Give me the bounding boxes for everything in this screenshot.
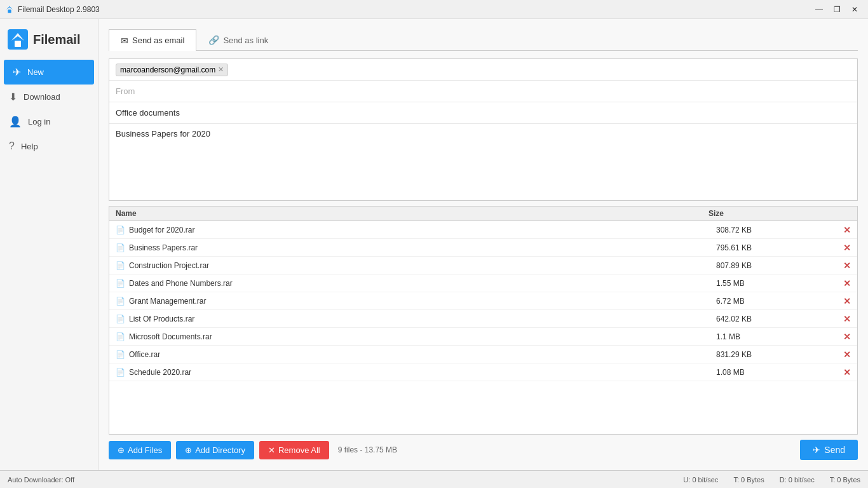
tabs: ✉ Send as email 🔗 Send as link [109, 29, 858, 51]
file-size: 308.72 KB [716, 226, 843, 234]
file-name: Dates and Phone Numbers.rar [129, 279, 716, 288]
close-button[interactable]: ✕ [846, 3, 863, 16]
sidebar-item-new[interactable]: ✈ New [4, 60, 94, 85]
email-tag-remove[interactable]: ✕ [218, 65, 224, 74]
send-icon: ✈ [813, 445, 820, 455]
file-name: Microsoft Documents.rar [129, 332, 716, 341]
send-label: Send [824, 445, 845, 455]
file-remove-button[interactable]: ✕ [843, 261, 851, 271]
statusbar-right: U: 0 bit/sec T: 0 Bytes D: 0 bit/sec T: … [683, 476, 860, 484]
download-speed: D: 0 bit/sec [780, 476, 815, 484]
file-icon: 📄 [116, 279, 125, 288]
file-remove-button[interactable]: ✕ [843, 243, 851, 253]
new-icon: ✈ [13, 66, 21, 78]
file-icon: 📄 [116, 261, 125, 270]
table-row: 📄 Budget for 2020.rar 308.72 KB ✕ [109, 221, 857, 239]
file-size: 795.61 KB [716, 243, 843, 252]
add-directory-button[interactable]: ⊕ Add Directory [176, 441, 254, 459]
file-remove-button[interactable]: ✕ [843, 314, 851, 324]
file-size: 1.1 MB [716, 332, 843, 341]
file-icon: 📄 [116, 315, 125, 323]
sidebar-label-login: Log in [28, 117, 50, 126]
add-files-icon: ⊕ [118, 445, 125, 455]
tab-send-link-label: Send as link [223, 36, 268, 45]
table-row: 📄 Office.rar 831.29 KB ✕ [109, 346, 857, 363]
message-text: Business Papers for 2020 [116, 129, 210, 139]
remove-all-icon: ✕ [268, 445, 275, 455]
add-files-label: Add Files [128, 445, 162, 455]
file-size: 6.72 MB [716, 297, 843, 306]
subject-field-row: Office documents [109, 102, 857, 124]
table-row: 📄 Schedule 2020.rar 1.08 MB ✕ [109, 363, 857, 381]
file-list-body: 📄 Budget for 2020.rar 308.72 KB ✕ 📄 Busi… [109, 221, 857, 381]
add-directory-icon: ⊕ [185, 445, 192, 455]
sidebar: Filemail ✈ New ⬇ Download 👤 Log in ? Hel… [0, 19, 98, 470]
statusbar-auto-downloader: Auto Downloader: Off [8, 476, 683, 484]
app-title: Filemail Desktop 2.9803 [18, 5, 100, 14]
file-icon: 📄 [116, 297, 125, 306]
file-name: List Of Products.rar [129, 315, 716, 323]
statusbar: Auto Downloader: Off U: 0 bit/sec T: 0 B… [0, 470, 868, 488]
file-icon: 📄 [116, 332, 125, 341]
remove-all-label: Remove All [278, 445, 320, 455]
main-layout: Filemail ✈ New ⬇ Download 👤 Log in ? Hel… [0, 19, 868, 470]
logo: Filemail [0, 24, 98, 60]
maximize-button[interactable]: ❐ [829, 3, 845, 16]
titlebar-left: Filemail Desktop 2.9803 [5, 5, 100, 14]
col-size-header: Size [709, 209, 836, 218]
sidebar-item-download[interactable]: ⬇ Download [0, 85, 98, 109]
upload-total: T: 0 Bytes [733, 476, 764, 484]
file-name: Business Papers.rar [129, 243, 716, 252]
add-files-button[interactable]: ⊕ Add Files [109, 441, 171, 459]
download-total: T: 0 Bytes [830, 476, 860, 484]
from-input[interactable] [116, 86, 851, 96]
logo-text: Filemail [33, 32, 80, 47]
compose-form: marcoanderson@gmail.com ✕ Office documen… [109, 58, 858, 201]
file-remove-button[interactable]: ✕ [843, 332, 851, 342]
sidebar-label-help: Help [21, 142, 38, 151]
sidebar-item-help[interactable]: ? Help [0, 134, 98, 158]
download-icon: ⬇ [9, 91, 17, 103]
help-icon: ? [9, 140, 15, 152]
table-row: 📄 Business Papers.rar 795.61 KB ✕ [109, 239, 857, 257]
sidebar-label-new: New [27, 67, 44, 77]
upload-speed: U: 0 bit/sec [683, 476, 718, 484]
file-icon: 📄 [116, 226, 125, 234]
tab-send-email[interactable]: ✉ Send as email [109, 29, 196, 51]
message-field-row: Business Papers for 2020 [109, 124, 857, 200]
svg-rect-1 [8, 10, 11, 13]
file-size: 1.55 MB [716, 279, 843, 288]
file-remove-button[interactable]: ✕ [843, 278, 851, 288]
table-row: 📄 Construction Project.rar 807.89 KB ✕ [109, 257, 857, 274]
file-list-container: Name Size 📄 Budget for 2020.rar 308.72 K… [109, 206, 858, 435]
file-name: Office.rar [129, 350, 716, 359]
from-field-row[interactable] [109, 81, 857, 102]
tab-send-link[interactable]: 🔗 Send as link [196, 29, 280, 50]
file-icon: 📄 [116, 243, 125, 252]
col-name-header: Name [116, 209, 709, 218]
file-icon: 📄 [116, 368, 125, 377]
file-remove-button[interactable]: ✕ [843, 225, 851, 235]
sidebar-item-login[interactable]: 👤 Log in [0, 109, 98, 134]
sidebar-label-download: Download [24, 92, 60, 102]
person-icon: 👤 [9, 116, 22, 128]
minimize-button[interactable]: — [811, 3, 827, 16]
remove-all-button[interactable]: ✕ Remove All [259, 441, 329, 459]
content-area: ✉ Send as email 🔗 Send as link marcoande… [98, 19, 868, 470]
table-row: 📄 List Of Products.rar 642.02 KB ✕ [109, 310, 857, 328]
file-name: Construction Project.rar [129, 261, 716, 270]
file-remove-button[interactable]: ✕ [843, 367, 851, 377]
logo-icon [8, 29, 28, 50]
file-size: 1.08 MB [716, 368, 843, 377]
file-remove-button[interactable]: ✕ [843, 296, 851, 306]
table-row: 📄 Dates and Phone Numbers.rar 1.55 MB ✕ [109, 274, 857, 292]
email-tag-address: marcoanderson@gmail.com [120, 65, 215, 74]
file-remove-button[interactable]: ✕ [843, 349, 851, 360]
app-icon [5, 5, 14, 14]
file-size: 642.02 KB [716, 315, 843, 323]
file-name: Grant Management.rar [129, 297, 716, 306]
files-summary: 9 files - 13.75 MB [338, 445, 397, 454]
send-button[interactable]: ✈ Send [800, 440, 858, 460]
table-row: 📄 Grant Management.rar 6.72 MB ✕ [109, 292, 857, 310]
titlebar: Filemail Desktop 2.9803 — ❐ ✕ [0, 0, 868, 19]
